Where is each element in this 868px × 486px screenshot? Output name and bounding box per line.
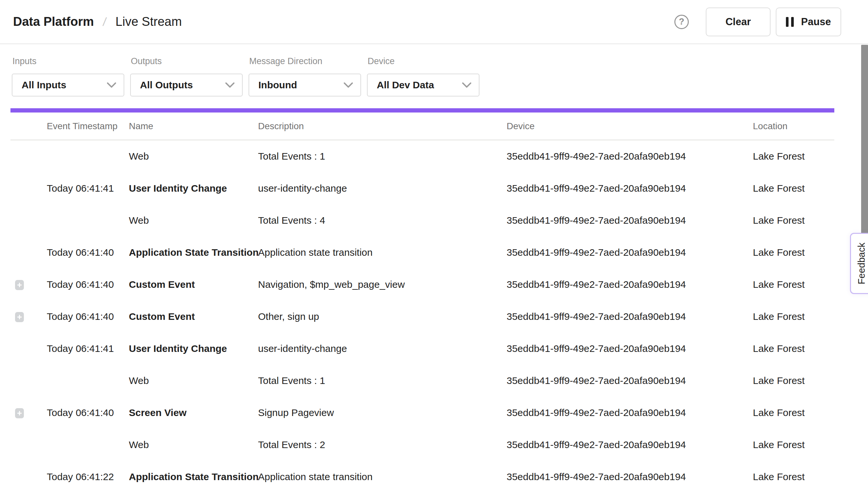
- expand-cell: +: [10, 407, 47, 418]
- message-direction-select[interactable]: Inbound: [249, 73, 361, 96]
- accent-divider: [10, 108, 834, 113]
- filter-bar: Inputs All Inputs Outputs All Outputs Me…: [12, 56, 479, 96]
- event-location-cell: Lake Forest: [753, 247, 834, 258]
- live-stream-page: Data Platform / Live Stream ? Clear Paus…: [0, 0, 868, 486]
- expand-plus-icon[interactable]: +: [15, 280, 24, 290]
- breadcrumb-data-platform[interactable]: Data Platform: [13, 15, 94, 29]
- event-location-cell: Lake Forest: [753, 183, 834, 194]
- pause-button[interactable]: Pause: [776, 7, 841, 36]
- event-name-cell: User Identity Change: [129, 343, 258, 354]
- table-row[interactable]: + Today 06:41:41 User Identity Change us…: [10, 333, 834, 365]
- event-description-cell: Application state transition: [258, 471, 506, 482]
- event-device-cell: 35eddb41-9ff9-49e2-7aed-20afa90eb194: [506, 375, 753, 386]
- clear-button[interactable]: Clear: [706, 7, 771, 36]
- pause-label: Pause: [801, 16, 831, 28]
- event-name-cell: Screen View: [129, 407, 258, 418]
- help-icon[interactable]: ?: [674, 15, 689, 29]
- event-device-cell: 35eddb41-9ff9-49e2-7aed-20afa90eb194: [506, 183, 753, 194]
- column-header-location: Location: [753, 121, 834, 131]
- column-header-name: Name: [129, 121, 258, 131]
- table-row[interactable]: + Web Total Events : 2 35eddb41-9ff9-49e…: [10, 429, 834, 461]
- expand-cell: +: [10, 375, 47, 386]
- outputs-select[interactable]: All Outputs: [130, 73, 243, 96]
- filter-message-direction: Message Direction Inbound: [249, 56, 361, 96]
- table-row[interactable]: + Web Total Events : 1 35eddb41-9ff9-49e…: [10, 140, 834, 172]
- chevron-down-icon: [106, 82, 117, 88]
- event-device-cell: 35eddb41-9ff9-49e2-7aed-20afa90eb194: [506, 439, 753, 450]
- event-name-cell: Web: [129, 375, 258, 386]
- breadcrumb-live-stream: Live Stream: [116, 15, 182, 29]
- event-device-cell: 35eddb41-9ff9-49e2-7aed-20afa90eb194: [506, 247, 753, 258]
- table-row[interactable]: + Today 06:41:22 Application State Trans…: [10, 461, 834, 486]
- event-location-cell: Lake Forest: [753, 439, 834, 450]
- chevron-down-icon: [462, 82, 472, 88]
- event-description-cell: user-identity-change: [258, 343, 506, 354]
- chevron-down-icon: [225, 82, 235, 88]
- event-name-cell: Custom Event: [129, 279, 258, 290]
- filter-device: Device All Dev Data: [367, 56, 479, 96]
- vertical-scrollbar-thumb[interactable]: [861, 45, 868, 248]
- event-location-cell: Lake Forest: [753, 343, 834, 354]
- event-device-cell: 35eddb41-9ff9-49e2-7aed-20afa90eb194: [506, 311, 753, 322]
- feedback-tab[interactable]: Feedback: [850, 233, 868, 294]
- table-row[interactable]: + Web Total Events : 4 35eddb41-9ff9-49e…: [10, 204, 834, 237]
- inputs-select-value: All Inputs: [22, 80, 66, 91]
- table-row[interactable]: + Today 06:41:40 Application State Trans…: [10, 237, 834, 269]
- expand-cell: +: [10, 215, 47, 226]
- expand-cell: +: [10, 343, 47, 354]
- event-location-cell: Lake Forest: [753, 151, 834, 162]
- event-description-cell: Signup Pageview: [258, 407, 506, 418]
- device-select-value: All Dev Data: [377, 80, 434, 91]
- event-name-cell: Application State Transition: [129, 247, 258, 258]
- event-location-cell: Lake Forest: [753, 375, 834, 386]
- event-description-cell: Navigation, $mp_web_page_view: [258, 279, 506, 290]
- event-timestamp-cell: Today 06:41:40: [47, 279, 129, 290]
- inputs-select[interactable]: All Inputs: [12, 73, 124, 96]
- expand-cell: +: [10, 471, 47, 482]
- expand-cell: +: [10, 247, 47, 258]
- outputs-filter-label: Outputs: [131, 56, 243, 66]
- expand-cell: +: [10, 279, 47, 290]
- device-filter-label: Device: [368, 56, 479, 66]
- table-body: + Web Total Events : 1 35eddb41-9ff9-49e…: [10, 140, 834, 486]
- event-timestamp-cell: Today 06:41:40: [47, 407, 129, 418]
- table-row[interactable]: + Web Total Events : 1 35eddb41-9ff9-49e…: [10, 365, 834, 397]
- event-name-cell: Web: [129, 151, 258, 162]
- event-device-cell: 35eddb41-9ff9-49e2-7aed-20afa90eb194: [506, 471, 753, 482]
- event-name-cell: Application State Transition: [129, 471, 258, 482]
- event-name-cell: Web: [129, 215, 258, 226]
- expand-cell: +: [10, 151, 47, 162]
- table-row[interactable]: + Today 06:41:40 Custom Event Other, sig…: [10, 301, 834, 333]
- chevron-down-icon: [343, 82, 353, 88]
- event-description-cell: Total Events : 1: [258, 151, 506, 162]
- event-location-cell: Lake Forest: [753, 471, 834, 482]
- table-row[interactable]: + Today 06:41:40 Custom Event Navigation…: [10, 269, 834, 301]
- filter-outputs: Outputs All Outputs: [130, 56, 243, 96]
- column-header-device: Device: [506, 121, 753, 131]
- table-row[interactable]: + Today 06:41:40 Screen View Signup Page…: [10, 397, 834, 429]
- event-location-cell: Lake Forest: [753, 279, 834, 290]
- events-table: Event Timestamp Name Description Device …: [10, 113, 834, 486]
- event-device-cell: 35eddb41-9ff9-49e2-7aed-20afa90eb194: [506, 407, 753, 418]
- top-bar-actions: ? Clear Pause: [674, 7, 841, 36]
- filter-inputs: Inputs All Inputs: [12, 56, 124, 96]
- event-timestamp-cell: Today 06:41:40: [47, 311, 129, 322]
- event-device-cell: 35eddb41-9ff9-49e2-7aed-20afa90eb194: [506, 151, 753, 162]
- feedback-label: Feedback: [857, 243, 867, 284]
- expand-plus-icon[interactable]: +: [15, 312, 24, 322]
- message-direction-select-value: Inbound: [258, 80, 297, 91]
- event-location-cell: Lake Forest: [753, 407, 834, 418]
- expand-cell: +: [10, 311, 47, 322]
- event-name-cell: Custom Event: [129, 311, 258, 322]
- column-header-event-timestamp: Event Timestamp: [47, 121, 129, 131]
- event-description-cell: Application state transition: [258, 247, 506, 258]
- event-device-cell: 35eddb41-9ff9-49e2-7aed-20afa90eb194: [506, 279, 753, 290]
- event-device-cell: 35eddb41-9ff9-49e2-7aed-20afa90eb194: [506, 343, 753, 354]
- table-row[interactable]: + Today 06:41:41 User Identity Change us…: [10, 172, 834, 204]
- expand-plus-icon[interactable]: +: [15, 408, 24, 418]
- event-description-cell: Total Events : 4: [258, 215, 506, 226]
- device-select[interactable]: All Dev Data: [367, 73, 479, 96]
- expand-cell: +: [10, 183, 47, 194]
- breadcrumb-separator: /: [102, 15, 107, 29]
- event-timestamp-cell: Today 06:41:22: [47, 471, 129, 482]
